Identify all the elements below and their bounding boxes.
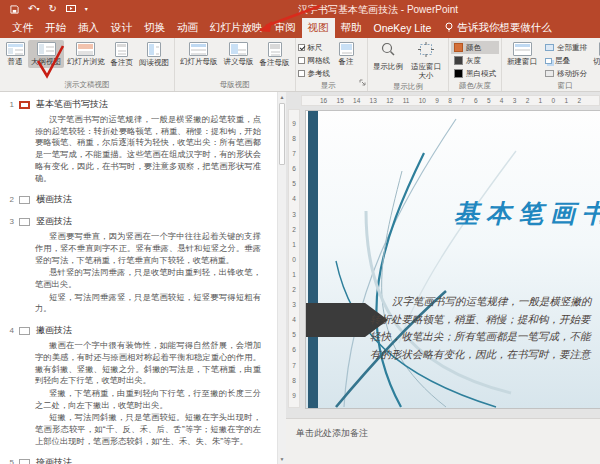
normal-view-button[interactable]: 普通	[2, 40, 28, 68]
notes-placeholder[interactable]: 单击此处添加备注	[286, 418, 600, 464]
group-label: 颜色/灰度	[451, 80, 499, 91]
zoom-button[interactable]: 显示比例	[370, 40, 406, 73]
outline-item-body[interactable]: 短竖，写法同垂露竖，只是笔画较短，短竖要写得短粗有力。	[35, 292, 261, 315]
outline-item[interactable]: 2 横画技法	[4, 193, 273, 206]
slide-body-line: 转折处要略顿笔，稍重、稍慢；提和钩，开始要	[370, 311, 592, 329]
notes-master-button[interactable]: 备注母版	[257, 40, 293, 69]
grayscale-button[interactable]: 灰度	[451, 54, 499, 67]
color-button[interactable]: 颜色	[451, 41, 499, 54]
qat-customize-icon[interactable]: ▾	[85, 4, 88, 14]
guides-checkbox[interactable]: 参考线	[298, 67, 331, 80]
workspace: 1 基本笔画书写技法 汉字笔画书写的运笔规律，一般是横竖撇的起笔较重，点捺的起笔…	[0, 92, 600, 464]
outline-scrollbar[interactable]: ▲ ▼	[277, 92, 286, 464]
fit-window-icon	[418, 42, 434, 61]
magnifier-icon	[380, 42, 396, 61]
outline-item[interactable]: 1 基本笔画书写技法	[4, 98, 273, 111]
cascade-button[interactable]: 层叠	[542, 54, 590, 67]
group-label: 显示比例	[370, 81, 446, 92]
scrollbar-thumb[interactable]	[279, 103, 285, 165]
outline-item-title[interactable]: 撇画技法	[36, 324, 72, 337]
outline-item-title[interactable]: 捺画技法	[36, 456, 72, 464]
black-white-button[interactable]: 黑白模式	[451, 67, 499, 80]
tab-review[interactable]: 审阅	[269, 18, 302, 38]
handout-master-button[interactable]: 讲义母版	[221, 40, 257, 68]
slide-number: 4	[4, 326, 14, 335]
ruler-checkbox[interactable]: 标尺	[298, 41, 331, 54]
arrange-all-button[interactable]: 全部重排	[542, 41, 590, 54]
gridlines-checkbox[interactable]: 网格线	[298, 54, 331, 67]
slide-canvas[interactable]: 基本笔画书写 汉字笔画书写的运笔规律，一般是横竖撇的 转折处要略顿笔，稍重、稍慢…	[306, 111, 600, 408]
group-label: 显示	[298, 80, 360, 91]
group-presentation-views: 普通 大纲视图 幻灯片浏览 备注页 阅读视图 演示文稿视图	[0, 38, 175, 91]
outline-item-title[interactable]: 竖画技法	[36, 215, 72, 228]
notes-page-button[interactable]: 备注页	[108, 40, 137, 69]
tab-animations[interactable]: 动画	[171, 18, 204, 38]
slide-number: 3	[4, 217, 14, 226]
new-window-button[interactable]: 新建窗口	[504, 40, 540, 68]
tab-insert[interactable]: 插入	[72, 18, 105, 38]
title-bar: ↶▾ ↻ ▾ 汉字书写基本笔画技法 - PowerPoint	[0, 0, 600, 18]
handout-master-icon	[229, 42, 248, 56]
tab-onekey-lite[interactable]: OneKey Lite	[368, 18, 438, 38]
outline-view-icon	[37, 42, 56, 56]
undo-icon[interactable]: ↶▾	[28, 4, 39, 14]
outline-item-body[interactable]: 短撇，写法同斜撇，只是笔画较短。短撇在字头出现时，笔画形态较平，如“千、反、禾、…	[35, 412, 261, 447]
outline-item-body[interactable]: 汉字笔画书写的运笔规律，一般是横竖撇的起笔较重，点捺的起笔较轻：转折处要略顿笔，…	[35, 114, 261, 184]
fit-to-window-button[interactable]: 适应窗口大小	[406, 40, 446, 81]
tab-transitions[interactable]: 切换	[138, 18, 171, 38]
checkbox-checked-icon	[298, 44, 305, 51]
slide-icon[interactable]	[19, 218, 30, 226]
notes-page-icon	[115, 42, 128, 57]
group-label: 窗口	[504, 80, 600, 91]
slide-master-icon	[189, 42, 208, 56]
slide-icon[interactable]	[19, 459, 30, 464]
outline-item[interactable]: 5 捺画技法	[4, 456, 273, 464]
slide-number: 5	[4, 458, 14, 464]
outline-item[interactable]: 4 撇画技法	[4, 324, 273, 337]
slide-master-button[interactable]: 幻灯片母版	[177, 40, 221, 68]
slide-body-text[interactable]: 汉字笔画书写的运笔规律，一般是横竖撇的 转折处要略顿笔，稍重、稍慢；提和钩，开始…	[370, 293, 592, 363]
slide-body-line: 有的形状会略有变化，因此，在书写时，要注意	[370, 346, 592, 364]
checkbox-icon	[298, 57, 305, 64]
outline-item-title[interactable]: 基本笔画书写技法	[36, 98, 108, 111]
slide-icon-selected[interactable]	[19, 101, 30, 109]
outline-pane[interactable]: 1 基本笔画书写技法 汉字笔画书写的运笔规律，一般是横竖撇的起笔较重，点捺的起笔…	[0, 92, 277, 464]
group-show: 标尺 网格线 参考线 备注 显示	[296, 38, 369, 91]
outline-item-body[interactable]: 竖撇，下笔稍重，由重到轻向下行笔，行至撇的长度三分之二处，向左下撇出，收笔时出尖…	[35, 388, 261, 411]
outline-view-button[interactable]: 大纲视图	[28, 40, 64, 68]
save-icon[interactable]	[10, 5, 19, 14]
outline-item-body[interactable]: 悬针竖的写法同垂露，只是收笔时由重到轻，出锋收笔，笔画出尖。	[35, 267, 261, 290]
outline-item-body[interactable]: 竖画要写垂直，因为竖画在一个字中往往起着关键的支撑作用，竖不垂直则字不正。竖有垂…	[35, 231, 261, 266]
switch-windows-button[interactable]: 切换窗口 ▾	[590, 40, 600, 74]
outline-item-title[interactable]: 横画技法	[36, 193, 72, 206]
notes-button[interactable]: 备注	[333, 40, 359, 68]
group-label: 母版视图	[177, 79, 293, 91]
tab-help[interactable]: 帮助	[335, 18, 368, 38]
group-master-views: 幻灯片母版 讲义母版 备注母版 母版视图	[175, 38, 296, 91]
reading-view-button[interactable]: 阅读视图	[136, 40, 172, 69]
ribbon: 普通 大纲视图 幻灯片浏览 备注页 阅读视图 演示文稿视图	[0, 38, 600, 92]
tab-design[interactable]: 设计	[105, 18, 138, 38]
tab-view[interactable]: 视图	[302, 18, 335, 38]
scrollbar-down-icon[interactable]: ▼	[278, 454, 286, 464]
redo-icon[interactable]: ↻	[48, 4, 56, 14]
scrollbar-up-icon[interactable]: ▲	[278, 92, 286, 102]
slide-icon[interactable]	[19, 327, 30, 335]
tell-me-label: 告诉我你想要做什么	[457, 21, 552, 35]
slide-title[interactable]: 基本笔画书写	[454, 197, 600, 230]
tab-home[interactable]: 开始	[39, 18, 72, 38]
color-swatch-icon	[454, 43, 463, 52]
outline-item-body[interactable]: 撇画在一个字中很有装饰性，如能写得自然舒展，会增加字的美感，有时还与捺画相对称起…	[35, 340, 261, 387]
slide-sorter-button[interactable]: 幻灯片浏览	[64, 40, 108, 68]
move-split-button[interactable]: 移动拆分	[542, 67, 590, 80]
lightbulb-icon	[445, 22, 453, 34]
dialog-launcher-icon[interactable]	[359, 72, 366, 90]
tab-file[interactable]: 文件	[6, 18, 39, 38]
grayscale-swatch-icon	[454, 56, 463, 65]
tell-me-box[interactable]: 告诉我你想要做什么	[437, 18, 560, 38]
outline-item[interactable]: 3 竖画技法	[4, 215, 273, 228]
start-slideshow-icon[interactable]	[66, 5, 76, 13]
slide-icon[interactable]	[19, 196, 30, 204]
tab-slideshow[interactable]: 幻灯片放映	[204, 18, 269, 38]
group-zoom: 显示比例 适应窗口大小 显示比例	[368, 38, 449, 91]
